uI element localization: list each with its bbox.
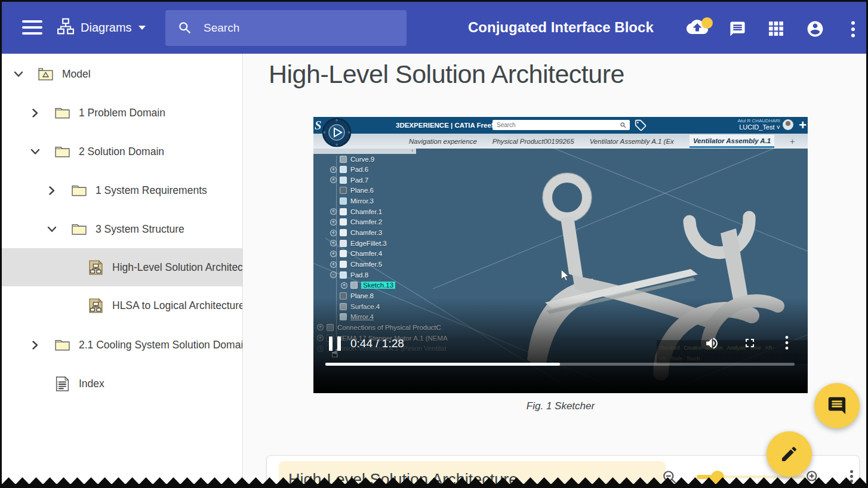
feature-label: Pad.6 xyxy=(350,166,368,173)
folder-icon xyxy=(54,337,75,353)
video-more-icon[interactable] xyxy=(785,335,789,353)
sidebar-item-1-problem-domain[interactable]: 1 Problem Domain xyxy=(2,94,242,132)
expander-icon[interactable]: + xyxy=(330,251,337,257)
chamfer-icon xyxy=(340,261,347,268)
diagrams-nav-dropdown[interactable]: Diagrams xyxy=(57,17,146,38)
sidebar-item-label: 3 System Structure xyxy=(96,223,184,236)
feature-mirror-3[interactable]: Mirror.3 xyxy=(330,196,374,206)
expander-icon[interactable]: + xyxy=(330,166,337,173)
feature-chamfer-5[interactable]: +Chamfer.5 xyxy=(330,260,382,270)
search-icon xyxy=(620,122,627,129)
catia-tab-navigation-experience[interactable]: Navigation experience xyxy=(409,138,477,145)
chevron-down-icon: ˅ xyxy=(777,123,780,131)
catia-logo: S xyxy=(315,118,322,133)
video-timestamp: 0:44 / 1:28 xyxy=(350,337,404,350)
catia-tab-ventilator-assembly-a-1[interactable]: Ventilator Assembly A.1 xyxy=(690,135,774,148)
feature-plane-6[interactable]: Plane.6 xyxy=(330,186,374,196)
catia-search xyxy=(493,120,630,130)
sidebar-item-label: High-Level Solution Architecture xyxy=(112,261,242,274)
catia-tab-add[interactable]: + xyxy=(790,137,795,146)
chevron-right-icon[interactable] xyxy=(30,110,54,116)
sidebar-item-1-system-requirements[interactable]: 1 System Requirements xyxy=(2,171,242,209)
sidebar-item-2-1-cooling-system-solution-domain[interactable]: 2.1 Cooling System Solution Domain xyxy=(2,326,242,364)
feature-sketch-13[interactable]: +Sketch.13 xyxy=(341,280,395,291)
comments-fab[interactable] xyxy=(814,383,860,428)
figure-caption: Fig. 1 Sketcher xyxy=(313,400,808,412)
feature-label: Plane.6 xyxy=(350,187,374,194)
search-input[interactable] xyxy=(204,21,407,35)
add-icon: + xyxy=(799,118,807,133)
chevron-right-icon[interactable] xyxy=(30,342,54,348)
expander-icon[interactable]: + xyxy=(330,240,337,246)
torn-edge-decoration xyxy=(2,477,868,488)
sidebar-item-hlsa-to-logical-architecture[interactable]: HLSA to Logical Architecture xyxy=(2,286,242,325)
catia-3d-viewport: ‹ Curve.9+Pad.6+Pad.7Plane.6Mirror.3+Cha… xyxy=(313,149,808,393)
feature-label: Pad.7 xyxy=(350,177,368,184)
feature-label: Chamfer.2 xyxy=(350,218,382,226)
expander-icon[interactable]: + xyxy=(330,219,337,226)
workspace-name: LUCID_Test xyxy=(739,123,774,131)
catia-tab-physical-product00199265[interactable]: Physical Product00199265 xyxy=(493,138,574,145)
feature-chamfer-2[interactable]: +Chamfer.2 xyxy=(330,217,382,227)
embedded-video-player[interactable]: S 3DEXPERIENCE | CATIA FreeStyle Shape D… xyxy=(313,117,808,393)
feature-chamfer-1[interactable]: +Chamfer.1 xyxy=(330,206,382,217)
expander-icon[interactable]: + xyxy=(330,261,337,268)
volume-icon[interactable] xyxy=(704,336,719,353)
comments-icon[interactable] xyxy=(729,20,746,40)
chamfer-icon xyxy=(340,218,347,226)
catia-tab-ventilator-assembly-a-1-ex[interactable]: Ventilator Assembly A.1 (Ex xyxy=(590,138,674,145)
chevron-down-icon[interactable] xyxy=(47,226,71,233)
chevron-down-icon[interactable] xyxy=(30,149,54,155)
feature-chamfer-3[interactable]: +Chamfer.3 xyxy=(330,228,382,238)
mirror-icon xyxy=(340,197,347,205)
3d-compass xyxy=(322,118,352,150)
diagram-icon xyxy=(88,298,108,314)
expander-icon[interactable]: - xyxy=(330,271,337,278)
diagrams-label: Diagrams xyxy=(81,21,132,35)
sidebar-item-3-system-structure[interactable]: 3 System Structure xyxy=(2,210,242,248)
pad-icon xyxy=(340,177,347,184)
feature-chamfer-4[interactable]: +Chamfer.4 xyxy=(330,249,382,259)
fullscreen-icon[interactable] xyxy=(743,336,757,353)
sidebar-item-2-solution-domain[interactable]: 2 Solution Domain xyxy=(2,132,242,171)
expander-icon[interactable]: + xyxy=(330,208,337,215)
feature-label: EdgeFillet.3 xyxy=(350,240,387,247)
video-progress-bar[interactable] xyxy=(325,363,795,366)
more-vertical-icon[interactable] xyxy=(851,21,855,40)
sidebar-item-model[interactable]: Model xyxy=(2,55,242,93)
sidebar-item-label: 2 Solution Domain xyxy=(79,146,164,158)
feature-label: Pad.8 xyxy=(350,271,368,279)
feature-pad-7[interactable]: +Pad.7 xyxy=(330,175,368,185)
expander-icon[interactable]: + xyxy=(341,282,347,289)
expander-icon[interactable]: + xyxy=(330,177,337,183)
sidebar-item-index[interactable]: Index xyxy=(2,365,242,403)
comment-icon xyxy=(827,396,847,416)
sidebar-item-label: Model xyxy=(62,68,91,81)
chevron-right-icon[interactable] xyxy=(47,187,71,194)
feature-label: Mirror.3 xyxy=(350,197,374,205)
edit-fab[interactable] xyxy=(767,431,812,477)
plane-icon xyxy=(340,187,347,194)
feature-edgefillet-3[interactable]: +EdgeFillet.3 xyxy=(330,238,387,248)
feature-label: Sketch.13 xyxy=(361,282,395,289)
chevron-down-icon[interactable] xyxy=(14,71,38,78)
feature-pad-6[interactable]: +Pad.6 xyxy=(330,165,368,175)
content-pane: High-Level Solution Architecture S 3DEXP… xyxy=(244,54,866,488)
chevron-down-icon xyxy=(138,22,146,33)
expander-icon[interactable]: + xyxy=(330,230,337,236)
topbar-search[interactable] xyxy=(165,10,407,46)
curve-icon xyxy=(340,156,347,163)
feature-pad-8[interactable]: -Pad.8 xyxy=(330,270,368,280)
notification-badge xyxy=(701,17,713,29)
chamfer-icon xyxy=(340,229,347,236)
apps-grid-icon[interactable] xyxy=(768,21,784,39)
sidebar-item-label: 2.1 Cooling System Solution Domain xyxy=(79,339,242,351)
sidebar-item-high-level-solution-architecture[interactable]: High-Level Solution Architecture xyxy=(2,248,242,286)
feature-curve-9[interactable]: Curve.9 xyxy=(330,154,374,164)
pad-icon xyxy=(340,166,347,173)
hamburger-menu-icon[interactable] xyxy=(22,20,42,35)
account-icon[interactable] xyxy=(806,20,824,41)
folder-icon xyxy=(54,144,75,160)
catia-user-block: Atul R CHAUDHARI LUCID_Test ˅ xyxy=(737,118,780,131)
sidebar-item-label: 1 System Requirements xyxy=(96,184,207,197)
